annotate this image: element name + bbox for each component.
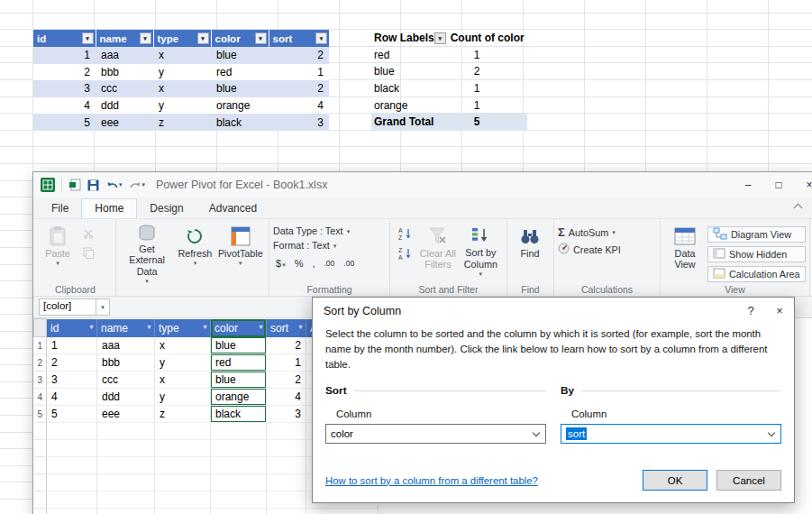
grid-cell[interactable]: orange	[211, 389, 267, 406]
grid-cell[interactable]	[97, 440, 155, 457]
grid-cell[interactable]: 3	[267, 406, 306, 423]
calculation-area-button[interactable]: Calculation Area	[707, 266, 806, 282]
tab-advanced[interactable]: Advanced	[196, 199, 269, 218]
by-column-combobox[interactable]: sort	[561, 424, 781, 444]
pivottable-button[interactable]: PivotTable ▾	[216, 222, 265, 280]
grid-cell[interactable]	[47, 423, 97, 440]
source-table-header-id[interactable]: id▾	[33, 30, 96, 47]
cell[interactable]: 1	[269, 64, 329, 81]
row-number[interactable]	[34, 423, 47, 440]
grid-cell[interactable]: 1	[267, 354, 306, 372]
cell[interactable]: x	[153, 80, 211, 97]
cell[interactable]: 2	[33, 64, 96, 81]
filter-icon[interactable]: ▾	[315, 32, 327, 44]
filter-icon[interactable]: ▼	[258, 324, 264, 330]
grid-cell[interactable]: bbb	[97, 354, 155, 372]
sort-column-combobox[interactable]: color	[325, 424, 546, 444]
filter-icon[interactable]: ▼	[202, 324, 208, 330]
cell[interactable]: blue	[211, 47, 269, 64]
diagram-view-button[interactable]: Diagram View	[707, 226, 806, 243]
grid-header-color[interactable]: color▼	[211, 319, 267, 337]
grid-cell[interactable]	[155, 457, 211, 474]
name-box[interactable]: [color]	[39, 298, 96, 316]
grid-cell[interactable]: ccc	[97, 372, 155, 389]
dialog-help-button[interactable]: ?	[736, 298, 765, 325]
grid-cell[interactable]: blue	[211, 337, 267, 354]
grid-cell[interactable]	[155, 440, 211, 457]
find-button[interactable]: Find	[511, 222, 549, 280]
grid-cell[interactable]	[47, 440, 97, 457]
grid-cell[interactable]	[47, 457, 97, 474]
cell[interactable]: black	[211, 114, 269, 131]
grid-cell[interactable]: y	[155, 389, 211, 406]
cell[interactable]: z	[153, 114, 211, 131]
currency-format-button[interactable]: $▾	[273, 257, 288, 270]
row-number[interactable]	[34, 440, 47, 457]
cell[interactable]: 4	[269, 97, 329, 115]
grid-cell[interactable]: 5	[47, 406, 97, 423]
cancel-button[interactable]: Cancel	[716, 470, 781, 491]
filter-icon[interactable]: ▾	[434, 32, 446, 44]
row-number[interactable]: 3	[34, 372, 47, 389]
grid-cell[interactable]	[211, 457, 267, 474]
grid-cell[interactable]	[97, 491, 155, 509]
copy-icon[interactable]	[79, 246, 97, 260]
row-number[interactable]	[34, 474, 47, 491]
grid-cell[interactable]	[267, 440, 306, 457]
grid-cell[interactable]	[47, 509, 97, 514]
cell[interactable]: y	[153, 64, 211, 81]
grid-header-sort[interactable]: sort▼	[267, 319, 306, 337]
filter-icon[interactable]: ▼	[146, 324, 152, 330]
chevron-down-icon[interactable]	[762, 425, 780, 443]
tab-home[interactable]: Home	[81, 198, 137, 218]
grid-header-type[interactable]: type▼	[155, 319, 211, 337]
row-number[interactable]	[34, 491, 47, 509]
cell[interactable]: ddd	[96, 97, 153, 115]
grid-cell[interactable]	[211, 474, 267, 491]
grid-cell[interactable]: x	[155, 337, 211, 354]
create-kpi-button[interactable]: Create KPI	[558, 243, 621, 256]
grid-cell[interactable]	[155, 474, 211, 491]
grid-cell[interactable]: red	[211, 354, 267, 372]
select-all-corner[interactable]	[34, 319, 47, 337]
cell[interactable]: aaa	[96, 47, 153, 64]
cell[interactable]: blue	[211, 80, 269, 97]
source-table-header-color[interactable]: color▾	[211, 30, 269, 47]
grid-cell[interactable]	[211, 440, 267, 457]
pivot-value[interactable]: 2	[448, 63, 527, 80]
source-table-header-name[interactable]: name▾	[96, 30, 153, 47]
pivot-rowlabels-header[interactable]: Row Labels▾	[371, 30, 448, 47]
grid-cell[interactable]	[97, 509, 155, 514]
grid-cell[interactable]: aaa	[97, 337, 155, 354]
sort-ascending-icon[interactable]: AZ	[397, 226, 415, 240]
filter-icon[interactable]: ▾	[255, 32, 267, 44]
cell[interactable]: 2	[269, 80, 329, 97]
row-number[interactable]: 4	[34, 389, 47, 406]
grid-cell[interactable]: 2	[267, 372, 306, 389]
pivot-value[interactable]: 5	[448, 114, 527, 131]
grid-cell[interactable]: 4	[267, 389, 306, 406]
pivot-value[interactable]: 1	[448, 96, 527, 114]
increase-decimal-button[interactable]: .00	[321, 258, 337, 269]
grid-cell[interactable]: ddd	[97, 389, 155, 406]
grid-cell[interactable]	[155, 491, 211, 509]
grid-cell[interactable]: blue	[211, 372, 267, 389]
grid-cell[interactable]: 2	[267, 337, 306, 354]
grid-cell[interactable]	[267, 457, 306, 474]
pivot-label[interactable]: blue	[371, 63, 448, 80]
undo-icon[interactable]: ▾	[105, 179, 123, 190]
grid-cell[interactable]	[267, 474, 306, 491]
grid-cell[interactable]	[97, 423, 155, 440]
cell[interactable]: 4	[33, 97, 96, 115]
paste-button[interactable]: Paste ▾	[39, 222, 77, 280]
grid-cell[interactable]	[267, 423, 306, 440]
clear-all-filters-button[interactable]: Clear All Filters	[417, 222, 459, 280]
pivot-label[interactable]: black	[371, 80, 448, 97]
row-number[interactable]	[34, 457, 47, 474]
sort-descending-icon[interactable]: ZA	[397, 246, 415, 260]
cell[interactable]: eee	[96, 114, 153, 131]
filter-icon[interactable]: ▼	[88, 324, 95, 330]
ok-button[interactable]: OK	[643, 470, 707, 491]
get-external-data-button[interactable]: Get External Data ▾	[120, 222, 174, 280]
filter-icon[interactable]: ▾	[197, 32, 209, 44]
